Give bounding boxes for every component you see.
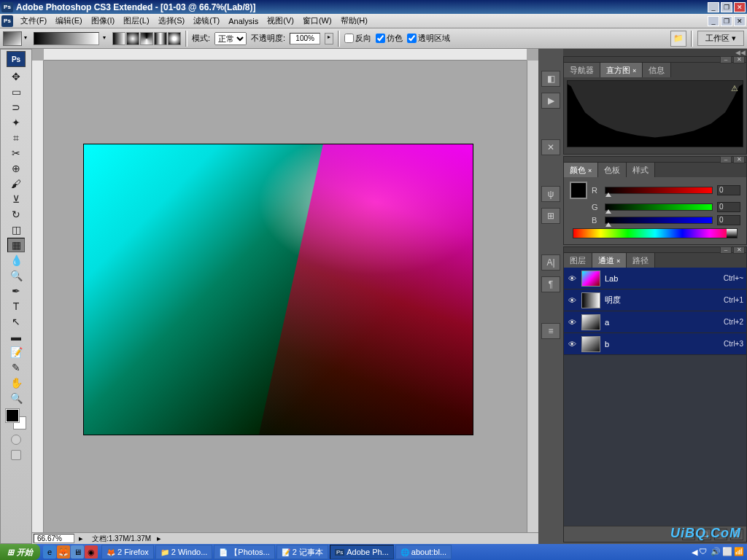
brush-tool[interactable]: 🖌 [7,176,25,191]
screenmode-toggle[interactable] [11,450,21,460]
warning-icon[interactable]: ⚠ [731,84,738,93]
gradient-linear-icon[interactable] [112,32,125,45]
reverse-checkbox[interactable]: 反向 [344,33,371,44]
transparency-checkbox[interactable]: 透明区域 [407,33,450,44]
marquee-tool[interactable]: ▭ [7,85,25,99]
quickmask-toggle[interactable] [11,435,21,445]
tab-channels[interactable]: 通道× [592,253,627,268]
menu-image[interactable]: 图像(I) [87,14,119,28]
lasso-tool[interactable]: ⊃ [7,100,25,114]
healing-tool[interactable]: ⊕ [7,161,25,176]
menu-help[interactable]: 帮助(H) [336,14,372,28]
b-value[interactable]: 0 [717,215,740,225]
dock-tools-icon[interactable]: ✕ [541,139,560,155]
channel-row[interactable]: 👁 Lab Ctrl+~ [564,268,746,289]
slice-tool[interactable]: ✂ [7,146,25,160]
doc-close-button[interactable]: ✕ [734,16,746,26]
workspace-dropdown[interactable]: 工作区 ▾ [697,31,744,46]
scrollbar-vertical[interactable] [527,61,538,532]
gradient-radial-icon[interactable] [126,32,139,45]
menu-layer[interactable]: 图层(L) [119,14,153,28]
zoom-tool[interactable]: 🔍 [7,391,25,405]
bridge-button[interactable]: 📁 [670,31,686,47]
doc-restore-button[interactable]: ❐ [721,16,732,26]
history-brush-tool[interactable]: ↻ [7,207,25,222]
r-slider[interactable] [605,187,713,194]
notes-tool[interactable]: 📝 [7,345,25,359]
ps-menu-icon[interactable]: Ps [1,15,13,27]
menu-analysis[interactable]: Analysis [224,15,263,27]
tray-icon[interactable]: 📶 [734,547,744,557]
ql-firefox-icon[interactable]: 🦊 [57,545,70,559]
g-value[interactable]: 0 [717,202,740,212]
gradient-preview[interactable] [34,32,99,45]
tray-icon[interactable]: ⬜ [722,547,732,557]
ql-ie-icon[interactable]: e [43,545,56,559]
close-button[interactable]: ✕ [734,2,746,12]
dock-nav-icon[interactable]: ◧ [541,71,560,87]
channel-row[interactable]: 👁 明度 Ctrl+1 [564,289,746,311]
dock-play-icon[interactable]: ▶ [541,93,560,109]
type-tool[interactable]: T [7,299,25,314]
tab-styles[interactable]: 样式 [627,163,655,177]
mode-select[interactable]: 正常 [214,32,247,45]
task-button[interactable]: 📄【Photos... [214,545,274,559]
tab-histogram[interactable]: 直方图× [600,63,643,77]
menu-select[interactable]: 选择(S) [154,14,190,28]
menu-filter[interactable]: 滤镜(T) [189,14,224,28]
task-button[interactable]: 🦊2 Firefox [101,545,154,559]
tab-paths[interactable]: 路径 [627,253,655,268]
panel-min-icon[interactable]: – [720,246,732,254]
eyedropper-tool[interactable]: ✎ [7,360,25,375]
tray-icon[interactable]: 🔊 [711,547,721,557]
task-button[interactable]: 📝2 记事本 [276,545,328,559]
menu-window[interactable]: 窗口(W) [298,14,336,28]
panel-close-icon[interactable]: ✕ [733,246,745,254]
gradient-angle-icon[interactable] [140,32,153,45]
menu-edit[interactable]: 编辑(E) [51,14,87,28]
delete-channel-icon[interactable]: 🗑 [730,529,743,540]
doc-minimize-button[interactable]: _ [708,16,719,26]
gradient-tool[interactable]: ▦ [7,238,25,252]
opacity-flyout[interactable]: ▸ [325,33,333,44]
path-tool[interactable]: ↖ [7,314,25,329]
tab-layers[interactable]: 图层 [564,253,592,268]
task-button[interactable]: PsAdobe Ph... [330,545,394,559]
pen-tool[interactable]: ✒ [7,284,25,298]
tab-swatches[interactable]: 色板 [598,163,627,177]
visibility-icon[interactable]: 👁 [567,340,577,349]
new-channel-icon[interactable]: ▫ [714,529,727,540]
hand-tool[interactable]: ✋ [7,376,25,390]
panel-close-icon[interactable]: ✕ [733,56,745,63]
dock-layers-icon[interactable]: ≡ [541,323,560,339]
shape-tool[interactable]: ▬ [7,330,25,344]
save-selection-icon[interactable]: ◻ [698,529,711,540]
minimize-button[interactable]: _ [708,2,719,12]
ql-desktop-icon[interactable]: 🖥 [71,545,84,559]
menu-file[interactable]: 文件(F) [16,14,51,28]
gradient-diamond-icon[interactable] [168,32,181,45]
channel-row[interactable]: 👁 b Ctrl+3 [564,333,746,355]
tray-icon[interactable]: 🛡 [699,547,709,557]
dock-char-icon[interactable]: A| [541,254,560,271]
zoom-flyout[interactable]: ▸ [76,534,86,543]
ruler-horizontal[interactable] [44,49,527,61]
b-slider[interactable] [605,217,713,224]
ql-app-icon[interactable]: ◉ [85,545,98,559]
tab-navigator[interactable]: 导航器 [564,63,600,77]
opacity-value[interactable]: 100% [290,33,320,44]
color-preview[interactable] [570,182,587,199]
eraser-tool[interactable]: ◫ [7,222,25,237]
info-flyout[interactable]: ▸ [157,534,161,543]
menu-view[interactable]: 视图(V) [263,14,298,28]
move-tool[interactable]: ✥ [7,69,25,84]
dock-brush-icon[interactable]: ψ [541,186,560,202]
tab-color[interactable]: 颜色× [564,163,598,177]
start-button[interactable]: ⊞ 开始 [0,544,40,560]
load-selection-icon[interactable]: ○ [682,529,695,540]
ps-logo-icon[interactable]: Ps [7,51,26,67]
panel-min-icon[interactable]: – [720,56,732,63]
visibility-icon[interactable]: 👁 [567,274,577,283]
visibility-icon[interactable]: 👁 [567,318,577,327]
dock-para-icon[interactable]: ¶ [541,276,560,292]
